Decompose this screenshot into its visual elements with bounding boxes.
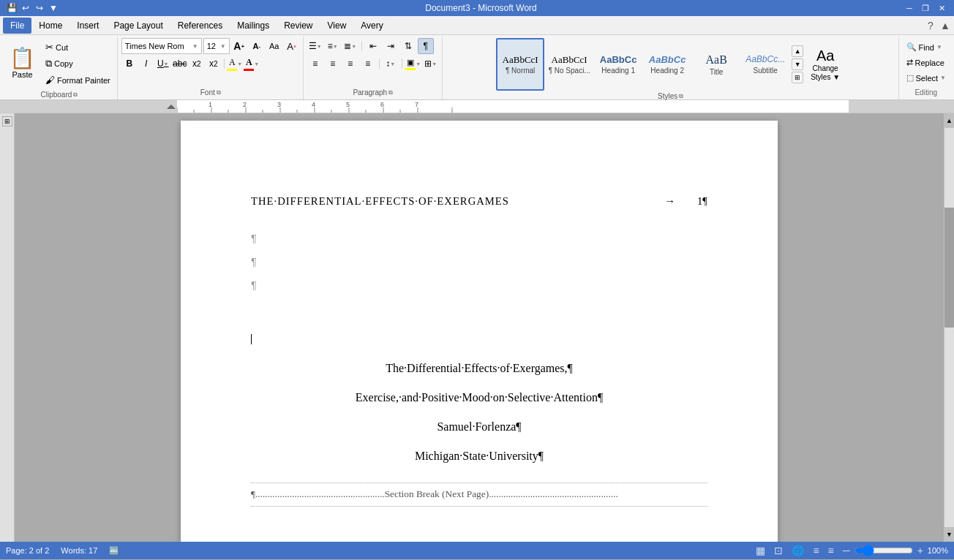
- left-panel: ⊞: [0, 113, 15, 542]
- draft-view-button[interactable]: ≡: [827, 543, 835, 558]
- center-section[interactable]: The·Differential·Effects·of·Exergames,¶ …: [251, 326, 707, 468]
- editing-group: 🔍 Find ▼ ⇄ Replace ⬚ Select ▼ Editing: [900, 37, 953, 99]
- align-right-button[interactable]: ≡: [342, 56, 358, 72]
- full-screen-view-button[interactable]: ⊡: [773, 543, 784, 558]
- justify-button[interactable]: ≡: [360, 56, 376, 72]
- borders-button[interactable]: ⊞▼: [423, 56, 439, 72]
- quick-access-more[interactable]: ▼: [48, 2, 59, 14]
- align-left-button[interactable]: ≡: [307, 56, 323, 72]
- clipboard-group-label: Clipboard ⧉: [4, 89, 114, 100]
- style-title[interactable]: AaB Title: [692, 38, 740, 91]
- style-title-preview: AaB: [705, 53, 726, 67]
- help-icon[interactable]: ?: [925, 20, 936, 31]
- scroll-down-button[interactable]: ▼: [944, 527, 954, 542]
- close-button[interactable]: ✕: [935, 2, 948, 14]
- font-size-selector[interactable]: 12 ▼: [203, 38, 230, 54]
- vertical-scrollbar[interactable]: ▲ ▼: [944, 113, 954, 542]
- increase-indent-button[interactable]: ⇥: [383, 38, 399, 54]
- strikethrough-button[interactable]: abc: [172, 56, 188, 72]
- find-button[interactable]: 🔍 Find ▼: [903, 40, 946, 54]
- zoom-control: ─ + 100%: [841, 543, 948, 558]
- clear-format-button[interactable]: A×: [284, 38, 300, 54]
- page-layout-menu[interactable]: Page Layout: [106, 18, 170, 34]
- font-size-value: 12: [207, 42, 216, 50]
- file-menu[interactable]: File: [3, 18, 31, 34]
- minimize-button[interactable]: ─: [903, 2, 916, 14]
- avery-menu[interactable]: Avery: [353, 18, 390, 34]
- text-highlight-button[interactable]: A ▼: [227, 56, 243, 72]
- scroll-up-button[interactable]: ▲: [944, 113, 954, 128]
- change-styles-button[interactable]: Aа ChangeStyles ▼: [805, 44, 845, 86]
- decrease-indent-button[interactable]: ⇤: [365, 38, 381, 54]
- doc-scroll-area[interactable]: THE·DIFFERENTIAL·EFFECTS·OF·EXERGAMES → …: [15, 113, 944, 542]
- paste-icon: 📋: [10, 48, 35, 69]
- multilevel-list-button[interactable]: ≣▼: [342, 38, 358, 54]
- web-layout-view-button[interactable]: 🌐: [790, 543, 805, 558]
- shrink-font-button[interactable]: A-: [249, 38, 265, 54]
- styles-scroll-down[interactable]: ▼: [792, 58, 803, 70]
- font-dialog-launcher[interactable]: Font ⧉: [199, 88, 222, 97]
- home-menu[interactable]: Home: [31, 18, 70, 34]
- mailings-menu[interactable]: Mailings: [230, 18, 277, 34]
- insert-menu[interactable]: Insert: [70, 18, 106, 34]
- show-hide-ruler[interactable]: ⊞: [2, 116, 12, 126]
- italic-button[interactable]: I: [138, 56, 154, 72]
- paste-button[interactable]: 📋 Paste: [4, 38, 40, 89]
- style-subtitle[interactable]: AaBbCc... Subtitle: [741, 38, 789, 91]
- editing-group-label: Editing: [903, 87, 950, 98]
- zoom-slider[interactable]: [855, 545, 913, 556]
- styles-scroll-up[interactable]: ▲: [792, 45, 803, 57]
- show-formatting-button[interactable]: ¶: [418, 38, 434, 54]
- select-button[interactable]: ⬚ Select ▼: [903, 71, 950, 85]
- svg-text:7: 7: [415, 101, 418, 108]
- replace-button[interactable]: ⇄ Replace: [903, 56, 948, 69]
- scroll-track[interactable]: [944, 128, 954, 527]
- redo-button[interactable]: ↪: [34, 2, 45, 14]
- format-painter-button[interactable]: 🖌 Format Painter: [42, 72, 114, 88]
- style-heading2[interactable]: AaBbCc Heading 2: [643, 38, 691, 91]
- grow-font-button[interactable]: A+: [231, 38, 247, 54]
- replace-icon: ⇄: [906, 58, 913, 67]
- svg-text:4: 4: [312, 101, 315, 108]
- cut-button[interactable]: ✂ Cut: [42, 39, 114, 55]
- sort-button[interactable]: ⇅: [400, 38, 416, 54]
- undo-button[interactable]: ↩: [20, 2, 31, 14]
- paragraph-group: ☰▼ ≡▼ ≣▼ ⇤ ⇥ ⇅ ¶ ≡ ≡ ≡ ≡ ↕▼: [304, 37, 443, 99]
- review-menu[interactable]: Review: [277, 18, 320, 34]
- styles-dialog-launcher[interactable]: Styles ⧉: [656, 92, 685, 100]
- zoom-out-button[interactable]: ─: [841, 543, 852, 558]
- doc-page[interactable]: THE·DIFFERENTIAL·EFFECTS·OF·EXERGAMES → …: [181, 121, 778, 542]
- style-normal[interactable]: AaBbCcI ¶ Normal: [496, 38, 544, 91]
- align-center-button[interactable]: ≡: [325, 56, 341, 72]
- ribbon-toggle[interactable]: ▲: [939, 20, 951, 31]
- paragraph-dialog-launcher[interactable]: Paragraph ⧉: [351, 88, 394, 97]
- clipboard-dialog-launcher[interactable]: Clipboard ⧉: [39, 91, 79, 99]
- zoom-in-button[interactable]: +: [916, 543, 925, 558]
- style-title-name: Title: [710, 68, 724, 76]
- copy-button[interactable]: ⧉ Copy: [42, 56, 114, 72]
- change-styles-label: ChangeStyles ▼: [811, 64, 840, 82]
- shading-button[interactable]: ▣ ▼: [405, 56, 421, 72]
- styles-scroll-more[interactable]: ⊞: [792, 72, 803, 83]
- superscript-button[interactable]: x2: [206, 56, 222, 72]
- save-button[interactable]: 💾: [6, 2, 18, 14]
- underline-button[interactable]: U▼: [155, 56, 171, 72]
- font-color-button[interactable]: A ▼: [244, 56, 260, 72]
- view-menu[interactable]: View: [320, 18, 354, 34]
- change-case-button[interactable]: Aa: [266, 38, 282, 54]
- style-no-spacing[interactable]: AaBbCcI ¶ No Spaci...: [545, 38, 593, 91]
- status-bar-right: ▦ ⊡ 🌐 ≡ ≡ ─ + 100%: [754, 543, 948, 558]
- bullets-button[interactable]: ☰▼: [307, 38, 323, 54]
- style-heading1[interactable]: AaBbCc Heading 1: [594, 38, 642, 91]
- numbering-button[interactable]: ≡▼: [325, 38, 341, 54]
- outline-view-button[interactable]: ≡: [811, 543, 820, 558]
- restore-button[interactable]: ❐: [919, 2, 932, 14]
- language-info: 🔤: [109, 546, 119, 556]
- references-menu[interactable]: References: [170, 18, 230, 34]
- print-layout-view-button[interactable]: ▦: [754, 543, 767, 558]
- line-spacing-button[interactable]: ↕▼: [383, 56, 399, 72]
- subscript-button[interactable]: x2: [189, 56, 205, 72]
- bold-button[interactable]: B: [121, 56, 138, 72]
- font-name-selector[interactable]: Times New Rom ▼: [121, 38, 202, 54]
- scroll-thumb[interactable]: [944, 208, 954, 328]
